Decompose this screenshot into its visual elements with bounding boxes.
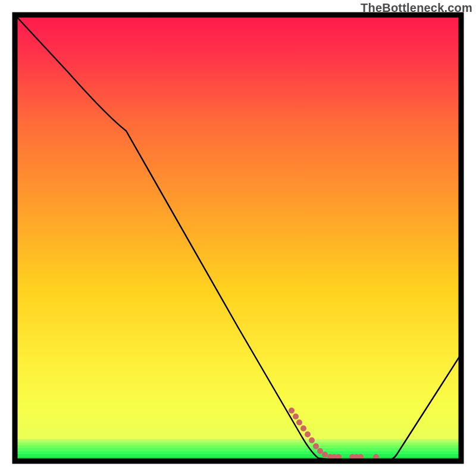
svg-point-10 [300, 425, 306, 431]
svg-point-9 [296, 419, 302, 425]
gradient-background [15, 15, 461, 439]
svg-point-12 [309, 437, 315, 443]
bottleneck-chart: TheBottleneck.com [0, 0, 476, 476]
watermark-text: TheBottleneck.com [361, 1, 472, 15]
svg-point-14 [317, 448, 323, 454]
chart-svg [0, 0, 476, 476]
svg-point-15 [322, 452, 328, 458]
svg-point-7 [289, 408, 295, 414]
svg-point-13 [313, 443, 319, 449]
svg-point-11 [305, 431, 311, 437]
svg-point-8 [293, 414, 299, 419]
